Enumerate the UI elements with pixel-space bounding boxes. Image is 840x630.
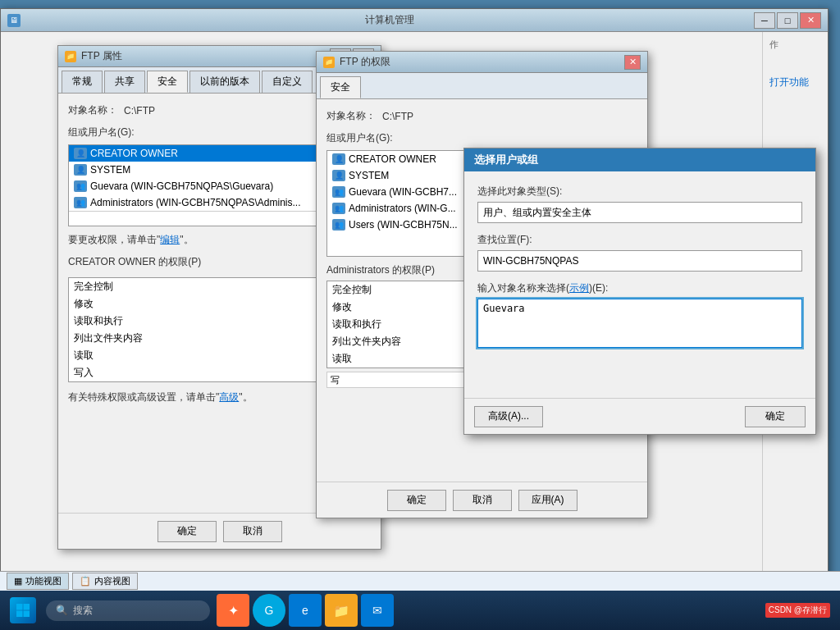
user-icon-3: 👥 — [74, 180, 87, 192]
ftp-perms-object-label: 对象名称： — [326, 109, 376, 123]
object-name-textarea[interactable]: Guevara — [477, 299, 802, 348]
function-view-label: 功能视图 — [25, 575, 62, 587]
taskbar-app-edge[interactable]: e — [289, 594, 322, 627]
content-view-btn[interactable]: 📋 内容视图 — [72, 573, 138, 590]
perms-user-name-1: CREATOR OWNER — [349, 153, 436, 165]
start-button[interactable] — [3, 594, 43, 627]
perms-user-name-5: Users (WIN-GCBH75N... — [349, 219, 458, 231]
main-titlebar: 🖥 计算机管理 ─ □ ✕ — [1, 9, 828, 32]
ftp-perms-icon: 📁 — [323, 57, 335, 68]
main-window-title: 计算机管理 — [25, 13, 754, 27]
perms-user-icon-2: 👤 — [332, 170, 345, 181]
select-user-ok-button[interactable]: 确定 — [745, 406, 806, 427]
select-user-titlebar: 选择用户或组 — [464, 148, 815, 171]
windows-logo-icon — [10, 597, 36, 623]
computer-mgmt-icon: 🖥 — [7, 14, 21, 27]
function-view-btn[interactable]: ▦ 功能视图 — [7, 573, 69, 590]
perm-readexec: 读取和执行 — [74, 314, 354, 328]
tab-general[interactable]: 常规 — [62, 71, 103, 93]
select-user-dialog: 选择用户或组 选择此对象类型(S): 查找位置(F): 输入对象名称来选择(示例… — [463, 148, 816, 435]
taskbar-apps: ✦ G e 📁 ✉ — [217, 594, 765, 627]
maximize-button[interactable]: □ — [777, 12, 798, 29]
tab-previous-versions[interactable]: 以前的版本 — [189, 71, 260, 93]
ftp-perms-apply-button[interactable]: 应用(A) — [518, 490, 578, 511]
input-object-label: 输入对象名称来选择(示例)(E): — [477, 281, 802, 295]
ftp-perms-title: FTP 的权限 — [340, 55, 624, 69]
perms-user-icon-4: 👥 — [332, 203, 345, 214]
ftp-perms-ok-button[interactable]: 确定 — [387, 490, 446, 511]
location-label: 查找位置(F): — [477, 233, 802, 247]
svg-rect-3 — [24, 611, 30, 618]
tab-share[interactable]: 共享 — [104, 71, 145, 93]
perm-modify: 修改 — [74, 297, 354, 311]
perms-user-name-3: Guevara (WIN-GCBH7... — [349, 186, 457, 198]
advanced-link[interactable]: 高级 — [219, 391, 239, 403]
perms-user-icon-1: 👤 — [332, 153, 345, 165]
user-icon-1: 👤 — [74, 148, 87, 159]
example-link[interactable]: 示例 — [569, 282, 589, 294]
select-user-title: 选择用户或组 — [474, 153, 538, 167]
content-view-icon: 📋 — [80, 576, 91, 587]
tab-custom[interactable]: 自定义 — [262, 71, 313, 93]
ftp-perms-object-value: C:\FTP — [382, 111, 413, 122]
scroll-label: 写 — [331, 374, 340, 386]
svg-rect-1 — [24, 604, 30, 610]
search-icon: 🔍 — [56, 605, 68, 616]
search-label: 搜索 — [73, 604, 93, 618]
perm-write: 写入 — [74, 366, 354, 380]
user-name-2: SYSTEM — [90, 164, 130, 176]
csdn-badge: CSDN @存潜行 — [765, 603, 830, 618]
object-type-label: 选择此对象类型(S): — [477, 185, 802, 199]
function-view-icon: ▦ — [14, 576, 22, 587]
object-type-input[interactable] — [477, 202, 802, 223]
ftp-props-icon: 📁 — [65, 51, 76, 62]
taskbar: 🔍 搜索 ✦ G e 📁 ✉ CSDN @存潜行 — [0, 591, 840, 630]
select-user-content: 选择此对象类型(S): 查找位置(F): 输入对象名称来选择(示例)(E): G… — [464, 171, 815, 373]
ftp-perms-footer: 确定 取消 应用(A) — [317, 482, 647, 518]
tab-security-perms[interactable]: 安全 — [320, 76, 361, 98]
perm-read: 读取 — [74, 349, 354, 363]
ftp-perms-cancel-button[interactable]: 取消 — [453, 490, 512, 511]
perms-user-name-2: SYSTEM — [349, 170, 389, 181]
tab-security[interactable]: 安全 — [147, 71, 188, 93]
ftp-props-title: FTP 属性 — [81, 49, 330, 63]
taskbar-app-star[interactable]: ✦ — [217, 594, 249, 627]
user-name-1: CREATOR OWNER — [90, 148, 178, 159]
taskbar-app-mail[interactable]: ✉ — [361, 594, 394, 627]
user-name-4: Administrators (WIN-GCBH75NQPAS\Adminis.… — [90, 197, 301, 208]
taskbar-app-circle[interactable]: G — [253, 594, 285, 627]
open-function-link[interactable]: 打开功能 — [769, 75, 821, 89]
taskbar-app-folder[interactable]: 📁 — [325, 594, 358, 627]
object-name-value: C:\FTP — [124, 105, 155, 116]
ftp-props-ok-button[interactable]: 确定 — [158, 521, 217, 542]
taskbar-search-area[interactable]: 🔍 搜索 — [46, 600, 210, 621]
perms-user-icon-5: 👥 — [332, 219, 345, 231]
user-icon-2: 👤 — [74, 164, 87, 176]
close-button[interactable]: ✕ — [800, 12, 821, 29]
status-bar: ▦ 功能视图 📋 内容视图 — [0, 571, 840, 591]
edit-link[interactable]: 编辑 — [160, 234, 180, 245]
ftp-perms-titlebar: 📁 FTP 的权限 ✕ — [317, 52, 647, 73]
svg-rect-0 — [16, 604, 23, 610]
content-view-label: 内容视图 — [94, 575, 130, 587]
perms-user-name-4: Administrators (WIN-G... — [349, 203, 456, 214]
ftp-perms-close[interactable]: ✕ — [624, 55, 641, 70]
perms-user-icon-3: 👥 — [332, 186, 345, 198]
perm-fullcontrol: 完全控制 — [74, 280, 354, 294]
ftp-perms-title-label: Administrators 的权限(P) — [326, 264, 435, 276]
svg-rect-2 — [16, 611, 23, 618]
object-name-label: 对象名称： — [68, 103, 117, 117]
perm-listfolder: 列出文件夹内容 — [74, 331, 354, 345]
main-win-controls: ─ □ ✕ — [754, 12, 821, 29]
ftp-props-cancel-button[interactable]: 取消 — [223, 521, 282, 542]
actions-header: 作 — [769, 39, 821, 51]
ftp-perms-group-label: 组或用户名(G): — [326, 131, 637, 145]
user-name-3: Guevara (WIN-GCBH75NQPAS\Guevara) — [90, 180, 273, 192]
location-input[interactable] — [477, 250, 802, 272]
perms-title: CREATOR OWNER 的权限(P) — [68, 255, 201, 269]
minimize-button[interactable]: ─ — [754, 12, 775, 29]
user-icon-4: 👥 — [74, 197, 87, 208]
advanced-button[interactable]: 高级(A)... — [474, 406, 543, 427]
ftp-perms-object-row: 对象名称： C:\FTP — [326, 109, 637, 123]
select-user-footer: 高级(A)... 确定 — [464, 398, 815, 434]
